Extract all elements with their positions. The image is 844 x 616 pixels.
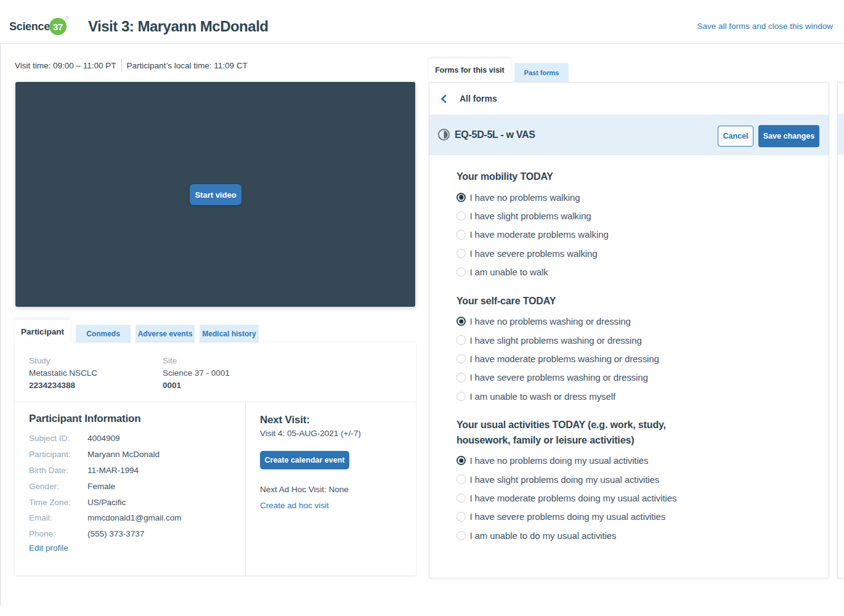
radio-unselected-icon[interactable] <box>456 249 466 258</box>
radio-option[interactable]: I have severe problems walking <box>456 244 801 262</box>
radio-option-label: I am unable to walk <box>469 267 548 277</box>
info-value: mmcdonald1@gmail.com <box>87 513 182 522</box>
create-calendar-event-button[interactable]: Create calendar event <box>260 451 349 469</box>
left-edge-divider <box>0 44 1 606</box>
radio-option[interactable]: I have no problems washing or dressing <box>456 312 801 331</box>
radio-option[interactable]: I am unable to do my usual activities <box>456 526 801 545</box>
site-column: Site Science 37 - 0001 0001 <box>163 355 230 392</box>
radio-option-label: I have severe problems doing my usual ac… <box>469 511 665 522</box>
radio-option[interactable]: I have moderate problems washing or dres… <box>456 349 801 368</box>
next-visit-line: Visit 4: 05-AUG-2021 (+/-7) <box>260 428 416 440</box>
info-label: Time Zone: <box>29 498 87 507</box>
form-title-band: EQ-5D-5L - w VAS Cancel Save changes <box>429 115 829 155</box>
tab-past-forms[interactable]: Past forms <box>514 63 569 82</box>
radio-option-label: I have moderate problems doing my usual … <box>469 493 676 503</box>
save-changes-button[interactable]: Save changes <box>758 125 819 147</box>
radio-option[interactable]: I have severe problems washing or dressi… <box>456 368 801 387</box>
radio-option-label: I have no problems walking <box>469 192 580 203</box>
forms-panel: All forms EQ-5D-5L - w VAS Cancel Save c… <box>429 82 829 578</box>
tab-conmeds[interactable]: Conmeds <box>76 325 131 343</box>
logo-badge: 37 ® <box>49 18 67 35</box>
radio-unselected-icon[interactable] <box>456 493 466 503</box>
radio-option[interactable]: I have moderate problems walking <box>456 225 801 244</box>
tab-label: Medical history <box>202 330 256 338</box>
logo-badge-number: 37 <box>53 22 63 32</box>
radio-option[interactable]: I have slight problems walking <box>456 206 801 225</box>
local-time-text: Participant’s local time: 11:09 CT <box>127 61 248 70</box>
info-label: Email: <box>29 513 87 522</box>
half-circle-icon <box>438 129 450 140</box>
info-value: (555) 373-3737 <box>87 529 144 538</box>
back-chevron-icon[interactable] <box>440 94 448 103</box>
radio-option[interactable]: I am unable to wash or dress myself <box>456 387 801 405</box>
tab-adverse-events[interactable]: Adverse events <box>136 325 195 343</box>
visit-time-text: Visit time: 09:00 – 11:00 PT <box>15 61 116 70</box>
radio-option-label: I have slight problems walking <box>469 211 591 221</box>
radio-unselected-icon[interactable] <box>456 474 466 484</box>
radio-option-label: I have moderate problems walking <box>469 229 608 240</box>
question-heading: Your mobility TODAY <box>456 169 801 184</box>
form-title: EQ-5D-5L - w VAS <box>455 129 535 141</box>
radio-option[interactable]: I have moderate problems doing my usual … <box>456 488 801 507</box>
info-row: Birth Date:11-MAR-1994 <box>29 463 245 479</box>
radio-selected-icon[interactable] <box>456 317 466 326</box>
radio-option[interactable]: I have no problems doing my usual activi… <box>456 452 801 470</box>
participant-information: Participant Information Subject ID:40049… <box>15 402 246 575</box>
radio-option-label: I have severe problems washing or dressi… <box>469 372 647 383</box>
radio-option-label: I have no problems washing or dressing <box>469 316 630 326</box>
radio-option-label: I am unable to wash or dress myself <box>469 391 615 402</box>
site-id: 0001 <box>163 379 230 392</box>
all-forms-label[interactable]: All forms <box>460 94 497 103</box>
radio-selected-icon[interactable] <box>456 193 466 202</box>
radio-unselected-icon[interactable] <box>456 392 466 401</box>
info-row: Gender:Female <box>29 478 245 494</box>
radio-unselected-icon[interactable] <box>456 335 466 344</box>
radio-option[interactable]: I have slight problems washing or dressi… <box>456 331 801 349</box>
create-ad-hoc-visit-link[interactable]: Create ad hoc visit <box>260 501 329 510</box>
start-video-button[interactable]: Start video <box>190 184 241 205</box>
radio-unselected-icon[interactable] <box>456 267 466 277</box>
tab-participant[interactable]: Participant <box>15 320 70 343</box>
info-value: US/Pacific <box>87 498 126 507</box>
radio-unselected-icon[interactable] <box>456 512 466 521</box>
participant-info-section: Participant Information Subject ID:40049… <box>15 402 416 575</box>
radio-unselected-icon[interactable] <box>456 373 466 382</box>
radio-unselected-icon[interactable] <box>456 531 466 540</box>
info-value: Female <box>87 482 115 491</box>
registered-mark: ® <box>65 16 69 21</box>
tab-label: Participant <box>21 327 64 336</box>
all-forms-header: All forms <box>429 83 829 115</box>
radio-option[interactable]: I am unable to walk <box>456 263 801 282</box>
cancel-button[interactable]: Cancel <box>718 126 753 147</box>
science37-logo: Science 37 ® <box>9 16 67 37</box>
visit-time-separator <box>121 59 122 72</box>
next-ad-hoc-line: Next Ad Hoc Visit: None <box>260 485 416 494</box>
study-label: Study <box>29 355 97 367</box>
radio-unselected-icon[interactable] <box>456 354 466 363</box>
question-heading: Your usual activities TODAY (e.g. work, … <box>456 418 801 448</box>
tab-medical-history[interactable]: Medical history <box>200 325 259 343</box>
info-row: Email:mmcdonald1@gmail.com <box>29 510 245 526</box>
info-row: Phone:(555) 373-3737 <box>29 526 245 542</box>
radio-option[interactable]: I have no problems walking <box>456 188 801 206</box>
tab-label: Adverse events <box>138 330 193 338</box>
radio-unselected-icon[interactable] <box>456 230 466 239</box>
save-all-forms-link[interactable]: Save all forms and close this window <box>697 22 833 31</box>
radio-selected-icon[interactable] <box>456 456 466 465</box>
info-label: Gender: <box>29 482 87 491</box>
next-form-card-band <box>838 114 844 155</box>
info-row: Time Zone:US/Pacific <box>29 494 245 510</box>
question-heading: Your self-care TODAY <box>456 294 801 309</box>
edit-profile-link[interactable]: Edit profile <box>29 543 68 553</box>
radio-option[interactable]: I have slight problems doing my usual ac… <box>456 470 801 488</box>
radio-option-label: I have slight problems doing my usual ac… <box>469 474 659 485</box>
next-visit-column: Next Visit: Visit 4: 05-AUG-2021 (+/-7) … <box>246 402 416 575</box>
radio-option[interactable]: I have severe problems doing my usual ac… <box>456 508 801 526</box>
visit-time-bar: Visit time: 09:00 – 11:00 PT Participant… <box>15 59 248 72</box>
study-id: 2234234388 <box>29 379 97 392</box>
radio-unselected-icon[interactable] <box>456 211 466 221</box>
info-label: Birth Date: <box>29 466 87 475</box>
tab-forms-for-this-visit[interactable]: Forms for this visit <box>429 59 511 82</box>
info-row: Subject ID:4004909 <box>29 431 245 447</box>
info-label: Participant: <box>29 450 87 459</box>
